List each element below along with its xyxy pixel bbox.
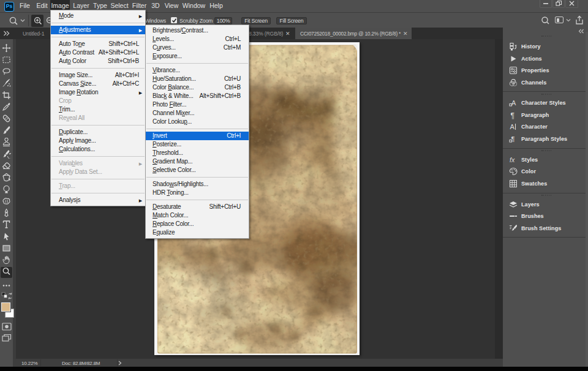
svg-text:fx: fx [510,156,515,163]
svg-text:A: A [511,99,516,107]
svg-text:¶: ¶ [511,111,514,119]
svg-text:A: A [510,123,515,130]
